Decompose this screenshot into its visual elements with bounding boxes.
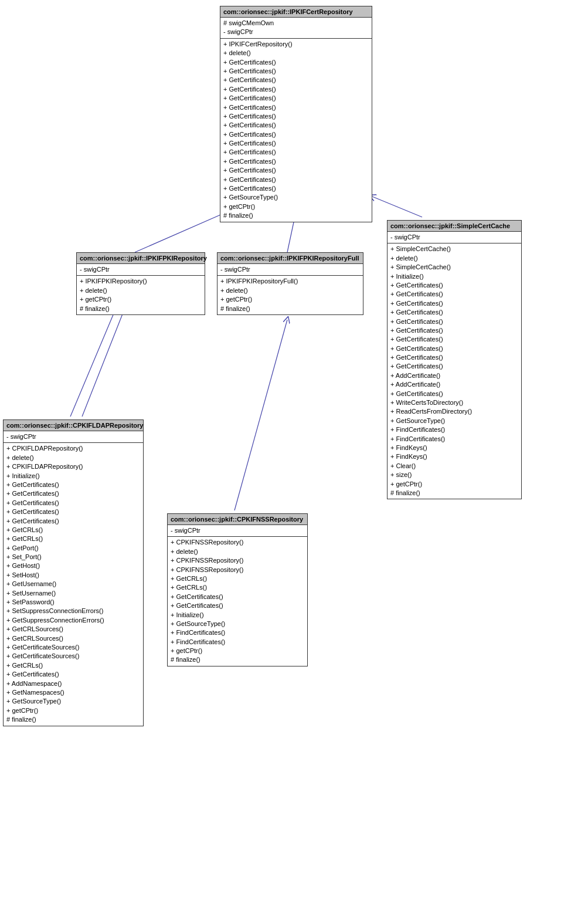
svg-line-0	[135, 211, 229, 252]
class-attrs-cpkifldaprepository: - swigCPtr	[4, 431, 143, 443]
class-header-ipkifpkirepositoryFull: com::orionsec::jpkif::IPKIFPKIRepository…	[217, 253, 363, 264]
class-simplecertcache: com::orionsec::jpkif::SimpleCertCache - …	[387, 220, 522, 499]
class-header-simplecertcache: com::orionsec::jpkif::SimpleCertCache	[388, 221, 521, 232]
class-methods-ipkifcertrepository: + IPKIFCertRepository() + delete() + Get…	[220, 39, 372, 222]
class-methods-ipkifpkirepository: + IPKIFPKIRepository() + delete() + getC…	[77, 276, 205, 314]
svg-line-4	[234, 320, 287, 510]
class-ipkifpkirepositoryFull: com::orionsec::jpkif::IPKIFPKIRepository…	[217, 252, 363, 315]
class-cpkifnssrepository: com::orionsec::jpkif::CPKIFNSSRepository…	[167, 513, 308, 666]
class-attrs-ipkifpkirepositoryFull: - swigCPtr	[217, 264, 363, 276]
class-methods-ipkifpkirepositoryFull: + IPKIFPKIRepositoryFull() + delete() + …	[217, 276, 363, 314]
class-methods-simplecertcache: + SimpleCertCache() + delete() + SimpleC…	[388, 243, 521, 499]
class-attrs-ipkifcertrepository: # swigCMemOwn - swigCPtr	[220, 18, 372, 39]
class-ipkifcertrepository: com::orionsec::jpkif::IPKIFCertRepositor…	[220, 6, 372, 222]
diagram-container: com::orionsec::jpkif::IPKIFCertRepositor…	[0, 0, 588, 917]
class-ipkifpkirepository: com::orionsec::jpkif::IPKIFPKIRepository…	[76, 252, 205, 315]
class-attrs-simplecertcache: - swigCPtr	[388, 232, 521, 243]
class-header-ipkifpkirepository: com::orionsec::jpkif::IPKIFPKIRepository	[77, 253, 205, 264]
class-cpkifldaprepository: com::orionsec::jpkif::CPKIFLDAPRepositor…	[3, 419, 144, 726]
svg-line-2	[372, 197, 422, 217]
class-attrs-ipkifpkirepository: - swigCPtr	[77, 264, 205, 276]
class-methods-cpkifnssrepository: + CPKIFNSSRepository() + delete() + CPKI…	[168, 537, 307, 665]
svg-line-5	[82, 305, 126, 417]
class-attrs-cpkifnssrepository: - swigCPtr	[168, 525, 307, 537]
class-header-cpkifldaprepository: com::orionsec::jpkif::CPKIFLDAPRepositor…	[4, 420, 143, 431]
class-header-ipkifcertrepository: com::orionsec::jpkif::IPKIFCertRepositor…	[220, 6, 372, 18]
class-methods-cpkifldaprepository: + CPKIFLDAPRepository() + delete() + CPK…	[4, 443, 143, 725]
svg-line-3	[70, 305, 117, 417]
class-header-cpkifnssrepository: com::orionsec::jpkif::CPKIFNSSRepository	[168, 514, 307, 525]
